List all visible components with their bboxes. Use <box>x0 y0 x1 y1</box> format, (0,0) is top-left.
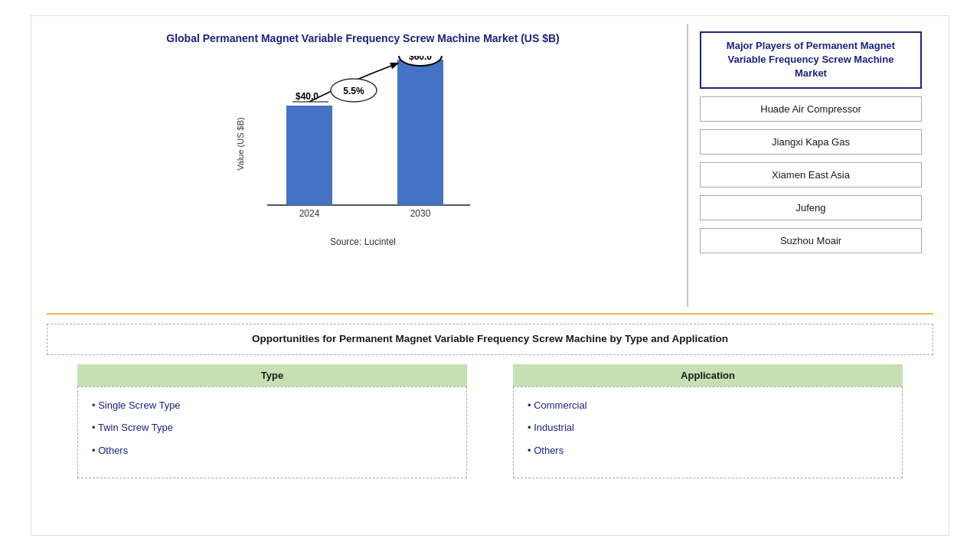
cagr-label: 5.5% <box>343 86 364 96</box>
bottom-section: Opportunities for Permanent Magnet Varia… <box>47 315 933 527</box>
type-item-1: Single Screw Type <box>92 398 452 413</box>
application-item-2: Industrial <box>528 420 888 435</box>
player-item-4: Jufeng <box>700 195 922 220</box>
application-list-box: Commercial Industrial Others <box>513 386 903 478</box>
application-item-1: Commercial <box>528 398 888 413</box>
chart-area: Global Permanent Magnet Variable Frequen… <box>47 24 688 307</box>
player-item-1: Huade Air Compressor <box>700 96 922 122</box>
main-container: Global Permanent Magnet Variable Frequen… <box>31 15 949 536</box>
chart-title: Global Permanent Magnet Variable Frequen… <box>166 31 560 47</box>
chart-source: Source: Lucintel <box>330 236 396 247</box>
type-column: Type Single Screw Type Twin Screw Type O… <box>77 364 467 478</box>
bar-2024-label: $40.0 <box>296 91 318 102</box>
bar-2024 <box>286 106 332 205</box>
y-axis-label: Value (US $B) <box>236 117 245 171</box>
top-section: Global Permanent Magnet Variable Frequen… <box>47 24 933 315</box>
type-header: Type <box>77 364 467 386</box>
opportunities-grid: Type Single Screw Type Twin Screw Type O… <box>47 364 933 478</box>
players-area: Major Players of Permanent Magnet Variab… <box>688 24 933 307</box>
chart-svg: Value (US $B) $40.0 <box>233 56 493 232</box>
application-item-3: Others <box>528 443 888 458</box>
chart-wrapper: Value (US $B) $40.0 <box>233 56 493 232</box>
type-item-2: Twin Screw Type <box>92 420 452 435</box>
bar-2030-label: $60.0 <box>409 56 432 62</box>
type-item-3: Others <box>92 443 452 458</box>
x-label-2030: 2030 <box>410 208 431 219</box>
application-header: Application <box>513 364 903 386</box>
players-title: Major Players of Permanent Magnet Variab… <box>700 31 922 89</box>
opportunities-title: Opportunities for Permanent Magnet Varia… <box>47 324 933 355</box>
player-item-2: Jiangxi Kapa Gas <box>700 129 922 155</box>
bar-2030 <box>397 60 443 205</box>
x-label-2024: 2024 <box>299 208 320 219</box>
type-list-box: Single Screw Type Twin Screw Type Others <box>77 386 467 478</box>
player-item-5: Suzhou Moair <box>700 228 922 253</box>
player-item-3: Xiamen East Asia <box>700 162 922 187</box>
application-column: Application Commercial Industrial Others <box>513 364 903 478</box>
